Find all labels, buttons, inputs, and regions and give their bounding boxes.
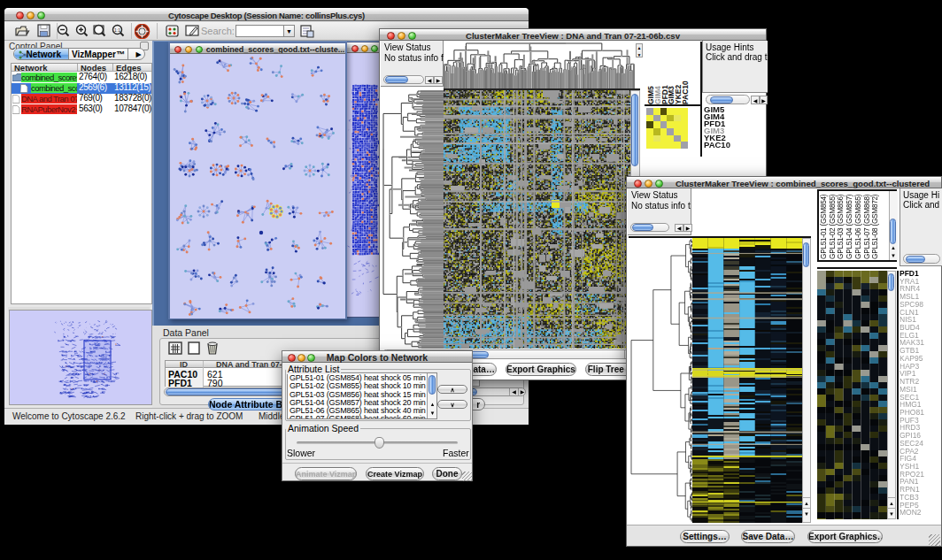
- svg-text:1:1: 1:1: [114, 27, 120, 33]
